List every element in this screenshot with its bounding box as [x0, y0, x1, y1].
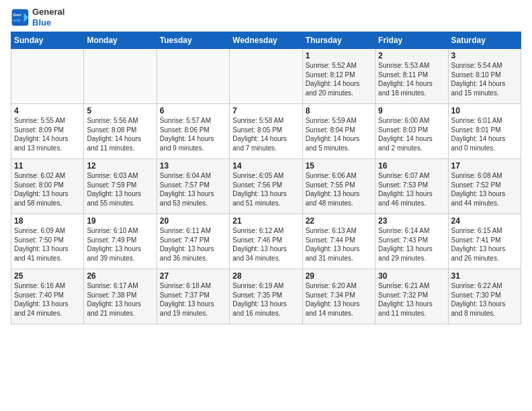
day-info: Sunrise: 6:00 AM Sunset: 8:03 PM Dayligh…	[378, 116, 445, 152]
day-info: Sunrise: 6:08 AM Sunset: 7:52 PM Dayligh…	[451, 171, 518, 208]
day-number: 18	[14, 216, 81, 226]
calendar-cell: 9Sunrise: 6:00 AM Sunset: 8:03 PM Daylig…	[375, 104, 448, 159]
calendar-cell: 11Sunrise: 6:02 AM Sunset: 8:00 PM Dayli…	[11, 159, 84, 214]
day-number: 10	[451, 106, 518, 116]
calendar-cell	[11, 49, 84, 104]
day-info: Sunrise: 6:19 AM Sunset: 7:35 PM Dayligh…	[232, 281, 299, 318]
calendar-cell: 25Sunrise: 6:16 AM Sunset: 7:40 PM Dayli…	[11, 269, 84, 324]
logo-line1: General	[32, 7, 64, 17]
day-number: 21	[232, 216, 299, 226]
calendar-cell: 28Sunrise: 6:19 AM Sunset: 7:35 PM Dayli…	[230, 269, 302, 324]
calendar-week-row: 1Sunrise: 5:52 AM Sunset: 8:12 PM Daylig…	[11, 49, 521, 104]
day-info: Sunrise: 6:04 AM Sunset: 7:57 PM Dayligh…	[160, 171, 226, 208]
day-info: Sunrise: 6:16 AM Sunset: 7:40 PM Dayligh…	[14, 281, 81, 318]
day-info: Sunrise: 5:59 AM Sunset: 8:04 PM Dayligh…	[306, 116, 372, 152]
weekday-header-tuesday: Tuesday	[157, 32, 229, 49]
day-info: Sunrise: 6:02 AM Sunset: 8:00 PM Dayligh…	[14, 171, 81, 208]
day-number: 9	[378, 106, 445, 116]
calendar-cell	[157, 49, 229, 104]
day-info: Sunrise: 6:20 AM Sunset: 7:34 PM Dayligh…	[306, 281, 372, 318]
day-number: 2	[378, 51, 445, 60]
day-number: 24	[451, 216, 518, 226]
calendar-cell: 7Sunrise: 5:58 AM Sunset: 8:05 PM Daylig…	[230, 104, 302, 159]
logo-line2: Blue	[32, 17, 64, 28]
calendar-cell: 27Sunrise: 6:18 AM Sunset: 7:37 PM Dayli…	[157, 269, 229, 324]
day-info: Sunrise: 6:01 AM Sunset: 8:01 PM Dayligh…	[451, 116, 518, 152]
day-number: 14	[232, 161, 299, 171]
calendar-cell: 26Sunrise: 6:17 AM Sunset: 7:38 PM Dayli…	[84, 269, 157, 324]
day-info: Sunrise: 6:12 AM Sunset: 7:46 PM Dayligh…	[232, 226, 299, 263]
calendar-cell: 10Sunrise: 6:01 AM Sunset: 8:01 PM Dayli…	[448, 104, 521, 159]
logo-text: General Blue	[32, 7, 64, 28]
calendar-cell: 31Sunrise: 6:22 AM Sunset: 7:30 PM Dayli…	[448, 269, 521, 324]
day-info: Sunrise: 6:09 AM Sunset: 7:50 PM Dayligh…	[14, 226, 81, 263]
calendar-cell: 14Sunrise: 6:05 AM Sunset: 7:56 PM Dayli…	[230, 159, 302, 214]
calendar-week-row: 25Sunrise: 6:16 AM Sunset: 7:40 PM Dayli…	[11, 269, 521, 324]
calendar-cell: 19Sunrise: 6:10 AM Sunset: 7:49 PM Dayli…	[84, 214, 157, 269]
day-info: Sunrise: 5:52 AM Sunset: 8:12 PM Dayligh…	[306, 61, 372, 97]
day-number: 30	[378, 271, 445, 281]
calendar-cell: 30Sunrise: 6:21 AM Sunset: 7:32 PM Dayli…	[375, 269, 448, 324]
day-number: 1	[306, 51, 372, 60]
calendar-cell: 4Sunrise: 5:55 AM Sunset: 8:09 PM Daylig…	[11, 104, 84, 159]
day-number: 12	[87, 161, 153, 171]
calendar-cell: 2Sunrise: 5:53 AM Sunset: 8:11 PM Daylig…	[375, 49, 448, 104]
day-info: Sunrise: 5:58 AM Sunset: 8:05 PM Dayligh…	[232, 116, 299, 152]
day-number: 8	[306, 106, 372, 116]
calendar-table: SundayMondayTuesdayWednesdayThursdayFrid…	[11, 32, 521, 324]
calendar-cell: 17Sunrise: 6:08 AM Sunset: 7:52 PM Dayli…	[448, 159, 521, 214]
day-info: Sunrise: 6:17 AM Sunset: 7:38 PM Dayligh…	[87, 281, 153, 318]
day-number: 19	[87, 216, 153, 226]
calendar-cell: 8Sunrise: 5:59 AM Sunset: 8:04 PM Daylig…	[302, 104, 375, 159]
day-info: Sunrise: 6:10 AM Sunset: 7:49 PM Dayligh…	[87, 226, 153, 263]
day-info: Sunrise: 5:55 AM Sunset: 8:09 PM Dayligh…	[14, 116, 81, 152]
day-number: 20	[160, 216, 226, 226]
calendar-cell: 3Sunrise: 5:54 AM Sunset: 8:10 PM Daylig…	[448, 49, 521, 104]
calendar-cell: 13Sunrise: 6:04 AM Sunset: 7:57 PM Dayli…	[157, 159, 229, 214]
calendar-cell: 20Sunrise: 6:11 AM Sunset: 7:47 PM Dayli…	[157, 214, 229, 269]
weekday-header-saturday: Saturday	[448, 32, 521, 49]
day-info: Sunrise: 6:11 AM Sunset: 7:47 PM Dayligh…	[160, 226, 226, 263]
day-info: Sunrise: 6:22 AM Sunset: 7:30 PM Dayligh…	[451, 281, 518, 318]
day-info: Sunrise: 6:14 AM Sunset: 7:43 PM Dayligh…	[378, 226, 445, 263]
svg-text:Gen: Gen	[13, 12, 21, 17]
logo-icon: Gen eral	[11, 8, 30, 27]
day-info: Sunrise: 6:06 AM Sunset: 7:55 PM Dayligh…	[306, 171, 372, 208]
weekday-header-sunday: Sunday	[11, 32, 84, 49]
day-number: 29	[306, 271, 372, 281]
svg-text:eral: eral	[13, 17, 21, 22]
day-number: 16	[378, 161, 445, 171]
day-number: 15	[306, 161, 372, 171]
day-number: 7	[232, 106, 299, 116]
calendar-body: 1Sunrise: 5:52 AM Sunset: 8:12 PM Daylig…	[11, 49, 521, 324]
day-number: 26	[87, 271, 153, 281]
calendar-cell: 21Sunrise: 6:12 AM Sunset: 7:46 PM Dayli…	[230, 214, 302, 269]
day-number: 22	[306, 216, 372, 226]
logo: Gen eral General Blue	[11, 7, 64, 28]
calendar-cell: 18Sunrise: 6:09 AM Sunset: 7:50 PM Dayli…	[11, 214, 84, 269]
calendar-week-row: 4Sunrise: 5:55 AM Sunset: 8:09 PM Daylig…	[11, 104, 521, 159]
calendar-cell	[230, 49, 302, 104]
weekday-header-thursday: Thursday	[302, 32, 375, 49]
day-info: Sunrise: 6:15 AM Sunset: 7:41 PM Dayligh…	[451, 226, 518, 263]
day-info: Sunrise: 6:18 AM Sunset: 7:37 PM Dayligh…	[160, 281, 226, 318]
calendar-cell: 5Sunrise: 5:56 AM Sunset: 8:08 PM Daylig…	[84, 104, 157, 159]
day-number: 3	[451, 51, 518, 60]
weekday-header-monday: Monday	[84, 32, 157, 49]
day-number: 17	[451, 161, 518, 171]
calendar-cell: 16Sunrise: 6:07 AM Sunset: 7:53 PM Dayli…	[375, 159, 448, 214]
day-number: 11	[14, 161, 81, 171]
calendar-cell: 12Sunrise: 6:03 AM Sunset: 7:59 PM Dayli…	[84, 159, 157, 214]
day-info: Sunrise: 5:56 AM Sunset: 8:08 PM Dayligh…	[87, 116, 153, 152]
day-number: 6	[160, 106, 226, 116]
day-info: Sunrise: 6:07 AM Sunset: 7:53 PM Dayligh…	[378, 171, 445, 208]
day-number: 25	[14, 271, 81, 281]
calendar-cell: 22Sunrise: 6:13 AM Sunset: 7:44 PM Dayli…	[302, 214, 375, 269]
calendar-cell: 29Sunrise: 6:20 AM Sunset: 7:34 PM Dayli…	[302, 269, 375, 324]
calendar-cell: 1Sunrise: 5:52 AM Sunset: 8:12 PM Daylig…	[302, 49, 375, 104]
calendar-week-row: 18Sunrise: 6:09 AM Sunset: 7:50 PM Dayli…	[11, 214, 521, 269]
day-number: 13	[160, 161, 226, 171]
day-info: Sunrise: 5:54 AM Sunset: 8:10 PM Dayligh…	[451, 61, 518, 97]
day-number: 23	[378, 216, 445, 226]
weekday-header-wednesday: Wednesday	[230, 32, 302, 49]
